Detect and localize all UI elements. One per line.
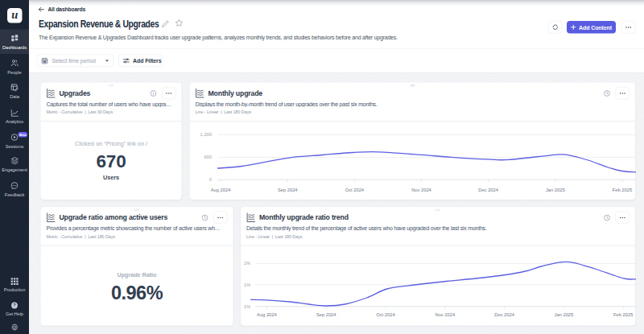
- svg-text:Oct 2024: Oct 2024: [376, 312, 395, 317]
- svg-text:Jan 2025: Jan 2025: [546, 188, 565, 192]
- svg-text:Feb 2025: Feb 2025: [613, 312, 633, 317]
- svg-text:Sep 2024: Sep 2024: [316, 312, 336, 317]
- svg-text:0: 0: [209, 177, 212, 182]
- svg-text:Sep 2024: Sep 2024: [278, 188, 298, 192]
- svg-text:Aug 2024: Aug 2024: [211, 188, 231, 192]
- svg-text:600: 600: [204, 155, 212, 159]
- svg-text:1%: 1%: [244, 261, 250, 266]
- svg-text:Aug 2024: Aug 2024: [257, 312, 277, 317]
- svg-text:Dec 2024: Dec 2024: [494, 312, 514, 317]
- svg-text:1,200: 1,200: [200, 132, 212, 137]
- svg-text:Nov 2024: Nov 2024: [411, 188, 431, 192]
- svg-text:Jan 2025: Jan 2025: [555, 312, 574, 317]
- svg-text:Nov 2024: Nov 2024: [435, 312, 455, 317]
- svg-text:1%: 1%: [244, 282, 250, 287]
- svg-text:1%: 1%: [244, 304, 250, 309]
- svg-text:Feb 2025: Feb 2025: [613, 188, 632, 192]
- svg-text:Oct 2024: Oct 2024: [345, 188, 365, 192]
- svg-text:Dec 2024: Dec 2024: [478, 188, 498, 192]
